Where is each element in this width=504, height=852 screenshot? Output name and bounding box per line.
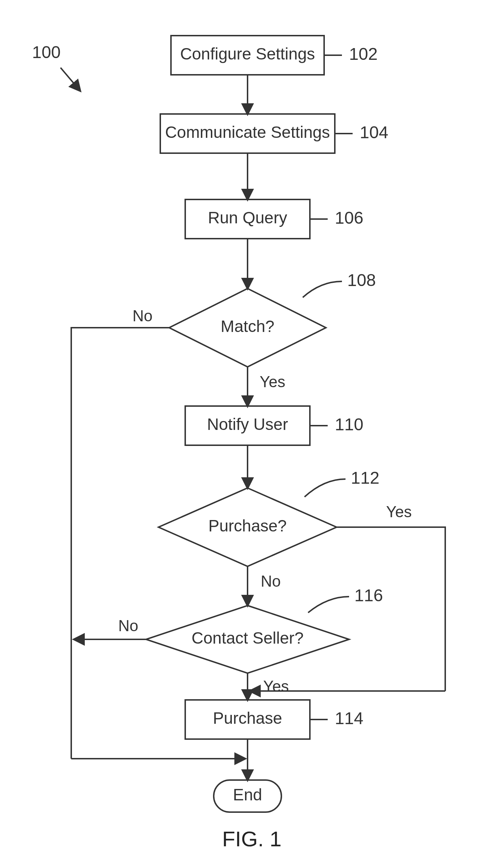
diagram-ref-main: 100: [32, 43, 61, 62]
ref-112: 112: [351, 468, 379, 487]
edge-label-purchaseq-no: No: [261, 572, 281, 590]
ref-leader-112: [305, 479, 345, 497]
ref-116: 116: [354, 586, 383, 605]
edge-label-match-no: No: [133, 307, 152, 324]
terminator-end-label: End: [233, 785, 262, 804]
decision-contact-seller-label: Contact Seller?: [192, 629, 304, 647]
process-communicate-settings-label: Communicate Settings: [165, 123, 330, 141]
process-run-query-label: Run Query: [208, 208, 287, 227]
edge-label-contactseller-yes: Yes: [263, 677, 289, 695]
ref-leader-116: [308, 597, 349, 613]
edge-label-match-yes: Yes: [260, 373, 285, 390]
edge-label-purchaseq-yes: Yes: [386, 503, 412, 520]
flowchart-diagram: 100 Configure Settings 102 Communicate S…: [0, 0, 504, 852]
ref-104: 104: [360, 123, 388, 142]
ref-110: 110: [335, 415, 363, 434]
figure-caption: FIG. 1: [222, 827, 282, 851]
process-purchase-label: Purchase: [213, 709, 282, 727]
process-configure-settings-label: Configure Settings: [180, 45, 315, 63]
edge-label-contactseller-no: No: [118, 617, 138, 634]
decision-purchase-label: Purchase?: [208, 516, 287, 535]
ref-106: 106: [335, 208, 363, 227]
process-notify-user-label: Notify User: [207, 415, 288, 433]
ref-114: 114: [335, 709, 363, 728]
ref-108: 108: [347, 271, 376, 290]
ref-102: 102: [349, 45, 378, 63]
connector-match-no: [71, 328, 169, 716]
decision-match-label: Match?: [221, 317, 275, 336]
ref-main-pointer: [61, 68, 80, 91]
ref-leader-108: [303, 281, 342, 297]
connector-purchaseq-yes: [337, 527, 445, 652]
